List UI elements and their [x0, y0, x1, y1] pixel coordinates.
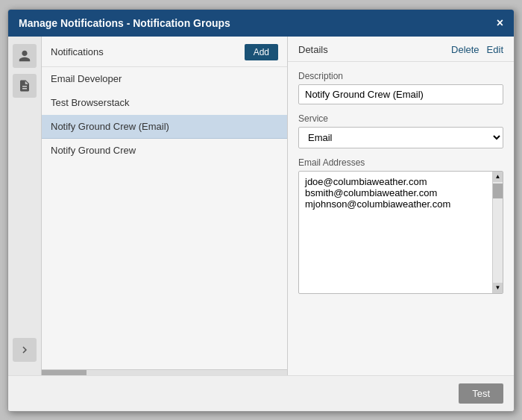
right-panel-content: Description Service Email SMS Slack Page…: [288, 62, 514, 375]
add-notification-button[interactable]: Add: [245, 44, 278, 60]
notifications-sidebar-icon[interactable]: [13, 44, 37, 68]
email-addresses-textarea[interactable]: jdoe@columbiaweather.com bsmith@columbia…: [299, 172, 503, 291]
notifications-panel-title: Notifications: [51, 46, 104, 57]
chevron-right-sidebar[interactable]: [13, 338, 37, 362]
chevron-right-icon: [18, 343, 31, 357]
test-button[interactable]: Test: [459, 383, 503, 404]
list-item[interactable]: Notify Ground Crew: [42, 139, 287, 163]
sidebar-bottom: [13, 338, 37, 368]
person-icon: [18, 49, 31, 63]
left-panel-scrollbar[interactable]: [42, 369, 287, 375]
modal-title: Manage Notifications - Notification Grou…: [19, 17, 230, 29]
close-button[interactable]: ×: [497, 17, 503, 29]
list-item[interactable]: Email Developer: [42, 67, 287, 91]
modal-overlay: Manage Notifications - Notification Grou…: [0, 0, 522, 420]
textarea-scrollbar[interactable]: ▲ ▼: [492, 172, 503, 293]
modal-body: Notifications Add Email Developer Test B…: [8, 37, 514, 375]
document-sidebar-icon[interactable]: [13, 74, 37, 98]
service-group: Service Email SMS Slack PagerDuty: [298, 113, 503, 148]
scroll-thumb: [493, 184, 503, 198]
delete-button[interactable]: Delete: [451, 44, 479, 55]
email-addresses-label: Email Addresses: [298, 157, 503, 168]
modal-footer: Test: [8, 375, 514, 411]
scroll-thumb: [42, 370, 87, 375]
service-label: Service: [298, 113, 503, 124]
edit-button[interactable]: Edit: [487, 44, 503, 55]
sidebar: [8, 37, 42, 375]
list-item[interactable]: Test Browserstack: [42, 91, 287, 115]
service-select[interactable]: Email SMS Slack PagerDuty: [298, 127, 503, 148]
description-group: Description: [298, 71, 503, 104]
notification-list: Email Developer Test Browserstack Notify…: [42, 67, 287, 369]
list-item[interactable]: Notify Ground Crew (Email): [42, 115, 287, 139]
description-label: Description: [298, 71, 503, 81]
modal-header: Manage Notifications - Notification Grou…: [8, 10, 514, 37]
scroll-arrow-up[interactable]: ▲: [493, 172, 503, 182]
email-addresses-group: Email Addresses jdoe@columbiaweather.com…: [298, 157, 503, 294]
right-panel-header: Details Delete Edit: [288, 37, 514, 62]
right-panel: Details Delete Edit Description Service: [288, 37, 514, 375]
description-input[interactable]: [298, 84, 503, 104]
details-title: Details: [298, 44, 328, 55]
modal: Manage Notifications - Notification Grou…: [7, 9, 515, 412]
left-panel-header: Notifications Add: [42, 37, 287, 67]
scroll-arrow-down[interactable]: ▼: [493, 283, 503, 293]
document-icon: [18, 79, 31, 93]
right-panel-actions: Delete Edit: [451, 44, 503, 55]
left-panel: Notifications Add Email Developer Test B…: [42, 37, 288, 375]
email-textarea-container: jdoe@columbiaweather.com bsmith@columbia…: [298, 171, 503, 294]
